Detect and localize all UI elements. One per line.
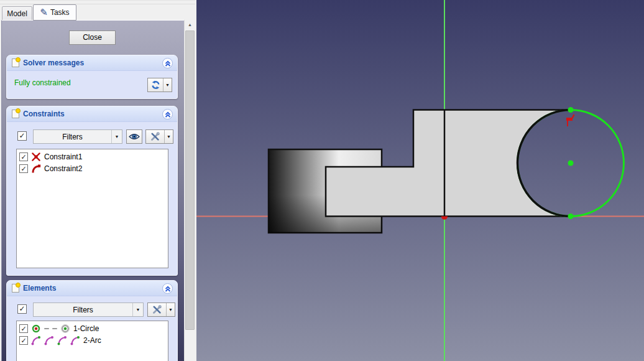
tools-wrench-icon — [152, 305, 162, 314]
constraint-row[interactable]: ✓ Constraint2 — [17, 162, 168, 174]
note-icon — [12, 59, 19, 67]
solver-status-text: Fully constrained — [14, 78, 71, 87]
elements-title: Elements — [23, 284, 56, 293]
solver-messages-header[interactable]: Solver messages — [7, 55, 177, 71]
settings-dropdown-arrow[interactable]: ▼ — [166, 303, 175, 316]
filter-label: Filters — [34, 133, 111, 141]
tab-model-label: Model — [7, 9, 27, 18]
elements-showall-checkbox[interactable]: ✓ — [17, 304, 27, 314]
show-hide-constraints-button[interactable] — [126, 129, 142, 144]
elements-settings-button[interactable]: ▼ — [147, 302, 175, 317]
constraints-header[interactable]: Constraints — [7, 106, 177, 122]
dropdown-arrow-icon: ▼ — [167, 134, 171, 139]
constraints-filter-combobox[interactable]: Filters ▼ — [33, 129, 122, 144]
circle-edge-icon — [31, 324, 41, 334]
constraint-row[interactable]: ✓ Constraint1 — [17, 151, 168, 162]
element-row[interactable]: ✓ 1-Circle — [17, 322, 168, 334]
tasks-scrollbar[interactable]: ▲ — [184, 20, 195, 361]
circle-center-icon — [60, 324, 70, 334]
scrollbar-thumb[interactable] — [185, 30, 195, 330]
element-label: 1-Circle — [73, 324, 99, 333]
constraint2-checkbox[interactable]: ✓ — [19, 164, 28, 173]
collapse-button[interactable] — [162, 283, 173, 294]
settings-dropdown-arrow[interactable]: ▼ — [164, 130, 173, 143]
pencil-icon: ✎ — [40, 7, 48, 17]
double-chevron-up-icon — [164, 285, 172, 293]
refresh-icon — [151, 80, 160, 90]
scrollbar-up-arrow[interactable]: ▲ — [185, 20, 195, 30]
tab-model[interactable]: Model — [2, 6, 32, 21]
element-row[interactable]: ✓ — [17, 334, 168, 346]
dash-icon — [44, 328, 49, 329]
section-solver-messages: Solver messages Fully constrained — [6, 55, 178, 99]
elements-filter-combobox[interactable]: Filters ▼ — [33, 302, 144, 317]
close-button[interactable]: Close — [69, 30, 116, 45]
sketch-view-canvas[interactable] — [196, 0, 644, 361]
collapse-button[interactable] — [162, 58, 173, 68]
constraints-showall-checkbox[interactable]: ✓ — [17, 131, 27, 141]
tab-tasks-label: Tasks — [50, 8, 70, 17]
solver-messages-title: Solver messages — [23, 59, 84, 67]
3d-viewport[interactable] — [196, 0, 644, 361]
arc-element-checkbox[interactable]: ✓ — [19, 336, 28, 345]
dropdown-arrow-icon: ▼ — [136, 307, 140, 312]
section-constraints: Constraints ✓ Filters ▼ — [6, 106, 178, 276]
dropdown-arrow-icon: ▼ — [115, 134, 119, 139]
dropdown-arrow-icon: ▼ — [168, 307, 173, 312]
eye-icon — [129, 133, 140, 141]
update-sketch-button[interactable]: ▼ — [147, 78, 172, 92]
arc-edge-icon — [31, 335, 41, 345]
coincident-constraint-icon — [31, 152, 41, 162]
dropdown-arrow-icon: ▼ — [165, 83, 170, 87]
constraint-label: Constraint1 — [44, 152, 82, 161]
constraints-settings-button[interactable]: ▼ — [145, 129, 173, 144]
circle-center-point[interactable] — [568, 161, 574, 166]
constraints-list[interactable]: ✓ Constraint1 ✓ C — [16, 149, 168, 268]
constraint-label: Constraint2 — [44, 164, 82, 173]
section-elements: Elements ✓ Filters ▼ — [6, 280, 178, 361]
combo-view-panel: Model ✎ Tasks Close Solver messages — [0, 0, 195, 361]
arc-endpoint-bottom[interactable] — [568, 213, 574, 219]
update-dropdown-arrow[interactable]: ▼ — [163, 78, 172, 91]
double-chevron-up-icon — [164, 111, 172, 118]
note-icon — [12, 284, 19, 293]
filter-label: Filters — [34, 306, 132, 314]
elements-list[interactable]: ✓ 1-Circle ✓ — [16, 321, 168, 361]
double-chevron-up-icon — [164, 60, 172, 67]
arc-start-icon — [44, 335, 54, 345]
combo-view-tabbar: Model ✎ Tasks — [0, 0, 195, 20]
tab-tasks[interactable]: ✎ Tasks — [33, 4, 76, 21]
collapse-button[interactable] — [162, 109, 173, 120]
arc-endpoint-top[interactable] — [568, 107, 574, 113]
tools-wrench-icon — [150, 132, 160, 141]
arc-center-icon — [70, 335, 80, 345]
arc-end-icon — [57, 335, 67, 345]
note-icon — [12, 110, 19, 118]
constraint1-checkbox[interactable]: ✓ — [19, 152, 28, 161]
elements-header[interactable]: Elements — [7, 281, 177, 296]
circle-element-checkbox[interactable]: ✓ — [19, 324, 28, 333]
element-label: 2-Arc — [83, 336, 101, 345]
freecad-window: Model ✎ Tasks Close Solver messages — [0, 0, 644, 361]
dash-icon — [52, 328, 57, 329]
constraints-title: Constraints — [23, 110, 65, 118]
tangent-constraint-icon — [31, 164, 41, 174]
